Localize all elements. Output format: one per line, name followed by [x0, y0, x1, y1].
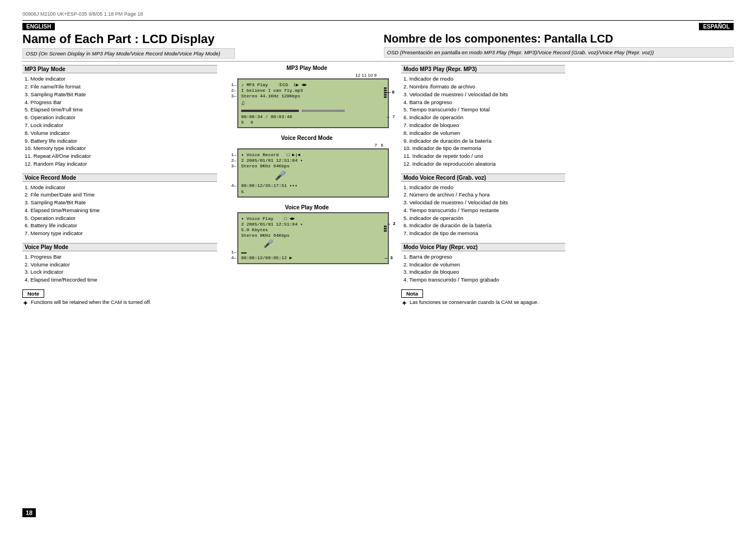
progress-bar-empty	[302, 110, 345, 112]
lcd-vp-row4-text: 00:00:12/00:05:12 ▶	[241, 255, 292, 260]
list-item: 5. Elapsed time/Full time	[25, 106, 217, 114]
list-item: 3. Sampling Rate/Bit Rate	[25, 91, 217, 99]
lcd-mp3-section: MP3 Play Mode 12 11 10 9 1— ♪ MP3 Play ①…	[225, 65, 389, 128]
note-es-icon: ✦	[401, 299, 407, 307]
list-item: 2. Número de archivo / Fecha y hora	[403, 191, 565, 199]
lcd-vp-kbytes-text: 5.0 Kbytes	[241, 227, 268, 232]
vol-bar	[384, 230, 387, 232]
list-item: 3. Lock indicator	[25, 268, 217, 276]
voice-record-es-section: Modo Voice Record (Grab. voz) 1. Indicad…	[401, 174, 565, 237]
page-number: 18	[22, 508, 36, 517]
lcd-mic-icon: 🎤	[275, 170, 385, 181]
espanol-subtitle: OSD (Presentación en pantalla en modo MP…	[384, 47, 734, 58]
list-item: 2. File number/Date and Time	[25, 191, 217, 199]
vol-bar	[384, 96, 387, 98]
lcd-row6-label: 6	[251, 120, 253, 125]
note-en-text: Functions will be retained when the CAM …	[31, 299, 151, 305]
lcd-voice-play-screen: ✦ Voice Play □ ◄► 2 2005/01/01 12:51:04 …	[237, 212, 389, 264]
lcd-mp3-screen: 1— ♪ MP3 Play ①CD 1▶ ◄► 2— I believe I c…	[237, 78, 389, 128]
lcd-vp-row1-bar: ▬▬	[241, 250, 247, 255]
list-item: 2. File name/File format	[25, 83, 217, 91]
lcd-row56: 5 6	[241, 120, 385, 125]
mp3-mode-es-list: 1. Indicador de modo 2. Nombre /formato …	[401, 75, 565, 167]
lcd-voice-play-wrapper: ✦ Voice Play □ ◄► 2 2005/01/01 12:51:04 …	[225, 212, 389, 264]
progress-bar-fill	[241, 110, 299, 112]
list-item: 4. Elapsed time/Recorded time	[25, 276, 217, 284]
list-item: 9. Battery life indicator	[25, 137, 217, 145]
lcd-vp-row2-text: 2 2005/01/01 12:51:04 ▪	[241, 222, 303, 227]
list-item: 5. Tiempo transcurrido / Tiempo total	[403, 106, 565, 114]
lcd-vr-row5: 5	[241, 189, 244, 194]
english-subtitle: OSD (On Screen Display in MP3 Play Mode/…	[22, 48, 235, 59]
voice-play-en-section: Voice Play Mode 1. Progress Bar 2. Volum…	[22, 243, 217, 284]
mp3-mode-es-section: Modo MP3 Play (Repr. MP3) 1. Indicador d…	[401, 65, 565, 167]
list-item: 3. Velocidad de muestreo / Velocidad de …	[403, 91, 565, 99]
lcd-vr-callout-top: 7 6	[237, 143, 389, 148]
list-item: 12. Random Play indicator	[25, 160, 217, 168]
voice-play-es-title: Modo Voice Play (Repr. voz)	[401, 243, 565, 251]
lcd-vp-stereo: Stereo 8KHz 64Kbps	[241, 233, 385, 238]
lcd-vp-row2: 2 2005/01/01 12:51:04 ▪	[241, 222, 385, 227]
list-item: 4. Progress Bar	[25, 99, 217, 106]
list-item: 6. Indicador de duración de la batería	[403, 222, 565, 229]
espanol-header: ESPAÑOL Nombre de los componentes: Panta…	[378, 23, 734, 61]
voice-play-es-list: 1. Barra de progreso 2. Indicador de vol…	[401, 253, 565, 284]
page-header: 00906J M2100 UK+ESP-035 9/8/05 1:18 PM P…	[22, 11, 734, 17]
list-item: 1. Progress Bar	[25, 253, 217, 261]
voice-record-es-list: 1. Indicador de modo 2. Número de archiv…	[401, 184, 565, 237]
list-item: 3. Indicador de bloqueo	[403, 268, 565, 276]
lcd-vp-row1: 1— ▬▬	[241, 250, 385, 255]
voice-record-en-title: Voice Record Mode	[22, 174, 217, 182]
lcd-row2: 2— I believe I can fly.mp3	[241, 88, 385, 93]
voice-play-en-title: Voice Play Mode	[22, 243, 217, 251]
list-item: 4. Elapsed time/Remaining time	[25, 207, 217, 214]
lcd-row3-text: Stereo 44.1KHz 128Kbps	[241, 93, 300, 99]
list-item: 9. Indicador de duración de la batería	[403, 137, 565, 145]
lcd-mp3-callout-right: — 8	[386, 90, 395, 95]
lcd-vp-callout-3: — 3	[385, 255, 393, 260]
lcd-vr-row4: 4— 00:00:12/35:17:51 ▪▪▪	[241, 183, 385, 188]
list-item: 2. Indicador de volumen	[403, 261, 565, 269]
lcd-vr-row1: 1— ✦ Voice Record □ ▶|◄	[241, 152, 385, 157]
list-item: 1. Mode indicator	[25, 184, 217, 191]
lcd-vr-row4-num: 4—	[231, 183, 237, 188]
note-es-label: Nota	[401, 289, 423, 298]
list-item: 6. Operation indicator	[25, 114, 217, 121]
lcd-vr-row3-text: Stereo 8KHz 64Kbps	[241, 163, 289, 168]
lcd-vp-kbytes: 5.0 Kbytes	[241, 227, 385, 232]
list-item: 5. Indicador de operación	[403, 214, 565, 222]
lcd-row4-icon: ♫	[241, 100, 385, 106]
lcd-voice-play-section: Voice Play Mode ✦ Voice Play □ ◄► 2 2005…	[225, 204, 389, 264]
lcd-row2-text: I believe I can fly.mp3	[241, 88, 303, 93]
lcd-voice-record-wrapper: 7 6 1— ✦ Voice Record □ ▶|◄ 2— 2 2005/01…	[225, 143, 389, 198]
voice-record-en-list: 1. Mode indicator 2. File number/Date an…	[22, 184, 217, 237]
list-item: 4. Tiempo transcurrido / Tiempo grabado	[403, 276, 565, 284]
lcd-vr-row1-num: 1—	[231, 152, 237, 157]
vol-bar	[384, 87, 387, 89]
list-item: 8. Indicador de volumen	[403, 129, 565, 137]
lcd-mp3-callout-top: 12 11 10 9	[237, 73, 389, 78]
note-es-section: Nota ✦ Las funciones se conservarán cuan…	[401, 289, 565, 307]
lcd-vp-vol-bars	[384, 226, 387, 232]
lcd-time-text: 00:00:34 / 00:03:46	[241, 114, 292, 119]
lcd-mp3-wrapper: 12 11 10 9 1— ♪ MP3 Play ①CD 1▶ ◄► 2— I …	[225, 73, 389, 128]
espanol-title: Nombre de los componentes: Pantalla LCD	[384, 32, 734, 45]
list-item: 6. Indicador de operación	[403, 114, 565, 121]
list-item: 7. Indicador de tipo de memoria	[403, 229, 565, 237]
mp3-mode-en-title: MP3 Play Mode	[22, 65, 217, 73]
lcd-vr-row3-num: 3—	[231, 163, 237, 168]
lcd-progress-row	[241, 108, 385, 113]
lcd-vp-header: ✦ Voice Play □ ◄►	[241, 216, 385, 221]
lcd-row1-text: ♪ MP3 Play ①CD 1▶ ◄►	[241, 82, 307, 87]
lcd-vp-row1-num: 1—	[231, 250, 237, 255]
mp3-mode-es-title: Modo MP3 Play (Repr. MP3)	[401, 65, 565, 73]
lcd-vp-row4: 4— 00:00:12/00:05:12 ▶ — 3	[241, 255, 385, 260]
lcd-row3-num: 3—	[231, 93, 237, 99]
lcd-vr-row1-text: ✦ Voice Record □ ▶|◄	[241, 152, 300, 157]
doc-ref: 00906J M2100 UK+ESP-035 9/8/05 1:18 PM P…	[22, 11, 143, 17]
note-es-text: Las funciones se conservarán cuando la C…	[410, 299, 539, 305]
lcd-vp-mic-icon: 🎤	[264, 239, 385, 249]
note-en-section: Note ✦ Functions will be retained when t…	[22, 289, 217, 307]
note-es-content: ✦ Las funciones se conservarán cuando la…	[401, 299, 565, 307]
lcd-vr-row3: 3— Stereo 8KHz 64Kbps	[241, 163, 385, 168]
